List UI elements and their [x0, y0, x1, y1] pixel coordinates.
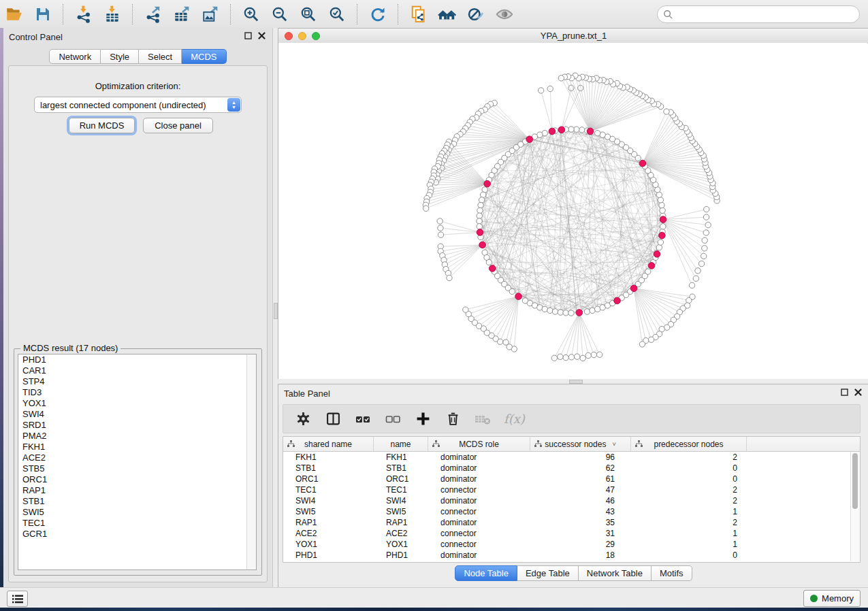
mcds-result-item[interactable]: STB1	[18, 496, 256, 507]
graph-node[interactable]	[547, 308, 553, 313]
graph-node[interactable]	[479, 197, 484, 203]
mcds-result-item[interactable]: SRD1	[18, 420, 256, 431]
graphics-details-icon[interactable]	[464, 3, 487, 25]
column-header-predecessor-nodes[interactable]: predecessor nodes	[631, 437, 747, 451]
graph-node[interactable]	[590, 308, 595, 313]
open-file-icon[interactable]	[3, 3, 26, 25]
graph-node[interactable]	[701, 253, 706, 259]
graph-node[interactable]	[423, 205, 428, 211]
tab-network-table[interactable]: Network Table	[579, 565, 652, 581]
select-all-icon[interactable]	[354, 410, 372, 428]
graph-node[interactable]	[630, 285, 637, 292]
run-mcds-button[interactable]: Run MCDS	[69, 118, 135, 133]
scrollbar-thumb[interactable]	[852, 453, 858, 509]
graph-node[interactable]	[574, 127, 579, 132]
table-row[interactable]: ORC1ORC1dominator610	[283, 474, 860, 484]
mcds-result-list[interactable]: PHD1CAR1STP4TID3YOX1SWI4SRD1PMA2FKH1ACE2…	[18, 354, 257, 570]
export-image-icon[interactable]	[199, 3, 222, 25]
graph-node[interactable]	[659, 232, 666, 239]
tab-node-table[interactable]: Node Table	[455, 565, 517, 581]
graph-node[interactable]	[648, 263, 655, 269]
close-icon[interactable]	[854, 389, 862, 396]
table-row[interactable]: ACE2ACE2connector311	[283, 528, 860, 539]
graph-node[interactable]	[447, 275, 452, 280]
graph-node[interactable]	[695, 268, 701, 274]
graph-node[interactable]	[654, 251, 660, 258]
graph-node[interactable]	[658, 197, 663, 203]
mcds-result-item[interactable]: TID3	[18, 387, 256, 398]
graph-node[interactable]	[591, 352, 596, 357]
split-view-icon[interactable]	[324, 410, 342, 428]
graph-node[interactable]	[698, 261, 704, 266]
eye-icon[interactable]	[493, 3, 516, 25]
result-scrollbar[interactable]	[246, 354, 256, 569]
gear-icon[interactable]	[294, 410, 312, 428]
graph-node[interactable]	[515, 293, 522, 300]
export-table-icon[interactable]	[170, 3, 193, 25]
mcds-result-item[interactable]: SWI5	[18, 507, 256, 518]
graph-node[interactable]	[509, 288, 515, 294]
graph-node[interactable]	[648, 337, 654, 342]
network-canvas[interactable]	[278, 43, 867, 378]
zoom-fit-icon[interactable]	[297, 3, 320, 25]
mcds-result-item[interactable]: STP4	[18, 376, 256, 387]
graph-node[interactable]	[477, 224, 482, 229]
refresh-layout-icon[interactable]	[366, 3, 389, 25]
import-table-icon[interactable]	[101, 3, 124, 25]
zoom-out-icon[interactable]	[268, 3, 291, 25]
graph-node[interactable]	[563, 310, 568, 316]
tab-motifs[interactable]: Motifs	[652, 565, 692, 581]
mcds-result-item[interactable]: RAP1	[18, 485, 256, 496]
table-row[interactable]: TEC1TEC1connector472	[283, 484, 860, 495]
graph-node[interactable]	[542, 306, 547, 312]
graph-node[interactable]	[656, 245, 662, 250]
mcds-result-item[interactable]: SWI4	[18, 409, 256, 420]
mcds-result-item[interactable]: FKH1	[18, 442, 256, 452]
table-row[interactable]: SWI5SWI5connector431	[283, 506, 860, 517]
graph-node[interactable]	[584, 309, 590, 314]
graph-node[interactable]	[580, 355, 585, 361]
graph-node[interactable]	[478, 202, 483, 208]
graph-node[interactable]	[489, 265, 496, 272]
zoom-in-icon[interactable]	[240, 3, 263, 25]
mcds-result-item[interactable]: TEC1	[18, 518, 256, 529]
graph-node[interactable]	[639, 160, 646, 167]
graph-node[interactable]	[579, 127, 584, 133]
horizontal-splitter[interactable]	[278, 379, 868, 384]
close-icon[interactable]	[258, 32, 266, 39]
graph-node[interactable]	[437, 218, 443, 224]
table-row[interactable]: STB1STB1dominator620	[283, 463, 860, 474]
column-header-name[interactable]: name	[374, 437, 428, 451]
graph-node[interactable]	[660, 224, 666, 229]
column-header-successor-nodes[interactable]: successor nodes˅	[530, 437, 631, 451]
tab-edge-table[interactable]: Edge Table	[517, 565, 579, 581]
graph-node[interactable]	[568, 310, 574, 316]
graph-node[interactable]	[479, 242, 486, 248]
table-scrollbar[interactable]	[850, 452, 859, 561]
table-row[interactable]: SWI4SWI4dominator462	[283, 495, 860, 506]
mcds-result-item[interactable]: ACE2	[18, 452, 256, 463]
graph-node[interactable]	[438, 225, 443, 231]
tab-network[interactable]: Network	[49, 49, 101, 64]
graph-node[interactable]	[664, 109, 669, 114]
graph-node[interactable]	[558, 310, 563, 315]
graph-node[interactable]	[576, 310, 583, 316]
graph-node[interactable]	[463, 307, 468, 312]
houses-icon[interactable]	[436, 3, 459, 25]
mcds-result-item[interactable]: GCR1	[18, 529, 256, 540]
graph-node[interactable]	[574, 354, 579, 359]
graph-node[interactable]	[702, 246, 707, 251]
table-row[interactable]: YOX1YOX1connector291	[283, 539, 860, 550]
graph-node[interactable]	[595, 130, 600, 135]
close-panel-button[interactable]: Close panel	[143, 118, 213, 133]
network-graph[interactable]	[278, 43, 867, 378]
graph-node[interactable]	[689, 282, 694, 288]
network-view-titlebar[interactable]: YPA_prune.txt_1	[278, 29, 868, 44]
graph-node[interactable]	[558, 354, 563, 359]
graph-node[interactable]	[660, 216, 666, 223]
float-window-icon[interactable]	[841, 389, 848, 396]
graph-node[interactable]	[703, 230, 709, 235]
graph-node[interactable]	[568, 354, 574, 360]
mcds-result-item[interactable]: PMA2	[18, 431, 256, 442]
mcds-result-item[interactable]: STB5	[18, 463, 256, 474]
